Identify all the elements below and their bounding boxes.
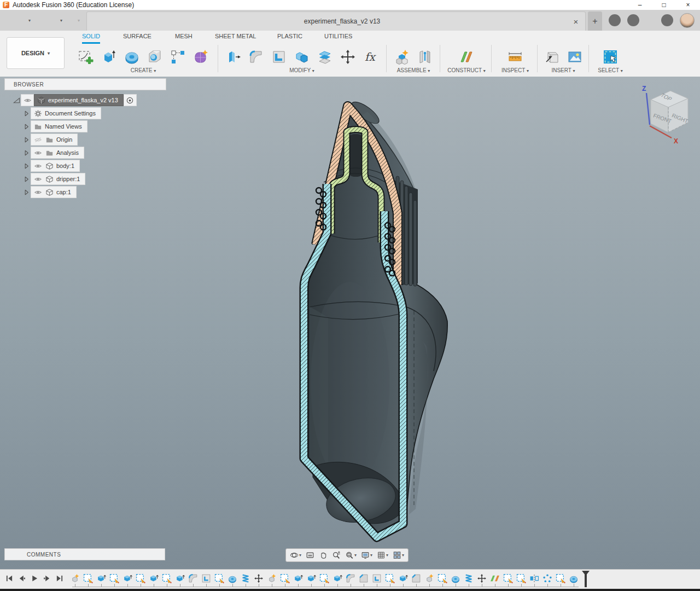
redo-button[interactable]: ▾ — [68, 16, 80, 25]
go-to-end-button[interactable] — [56, 575, 63, 584]
help-button[interactable] — [661, 14, 673, 26]
panel-grip[interactable] — [157, 80, 166, 89]
activity-button[interactable] — [627, 14, 639, 26]
timeline-feature-chamfer-23[interactable] — [359, 573, 369, 583]
tab-sheet-metal[interactable]: SHEET METAL — [215, 33, 256, 42]
timeline-feature-extrude-9[interactable] — [175, 573, 185, 583]
eye-icon[interactable] — [33, 148, 42, 157]
timeline-feature-component-28[interactable] — [424, 573, 434, 583]
tab-mesh[interactable]: MESH — [175, 33, 192, 42]
view-cube[interactable]: TOP FRONT RIGHT Z X — [628, 82, 698, 149]
root-component[interactable]: experiment_flaska_v2 v13 — [34, 94, 124, 106]
timeline-playhead[interactable] — [582, 571, 590, 587]
change-parameters-button[interactable]: fx — [362, 48, 380, 66]
collapse-panel-icon[interactable] — [5, 80, 14, 89]
construct-plane-button[interactable] — [458, 48, 475, 66]
timeline-feature-sketch-4[interactable] — [109, 573, 119, 583]
browser-header[interactable]: BROWSER — [4, 78, 166, 90]
save-button[interactable] — [36, 16, 45, 25]
visibility-toggle[interactable] — [21, 94, 34, 106]
pan-tool-button[interactable] — [318, 551, 329, 560]
browser-row-body-1[interactable]: body:1 — [4, 159, 166, 172]
chevron-down-icon[interactable]: ▾ — [354, 553, 357, 558]
eye-icon[interactable] — [33, 188, 42, 196]
expand-icon[interactable] — [22, 148, 31, 157]
expand-icon[interactable] — [22, 188, 31, 196]
timeline-feature-revolve-30[interactable] — [451, 573, 460, 583]
timeline-feature-sketch-29[interactable] — [438, 573, 447, 583]
modify-group-label[interactable]: MODIFY ▾ — [220, 67, 384, 73]
new-document-tab-button[interactable]: + — [588, 11, 602, 31]
timeline-feature-coil-14[interactable] — [241, 573, 250, 583]
pattern-button[interactable] — [169, 48, 186, 66]
display-tool-button[interactable]: ▾ — [360, 551, 374, 560]
insert-derive-button[interactable] — [543, 48, 561, 66]
chevron-down-icon[interactable]: ▾ — [402, 553, 404, 558]
expand-icon[interactable] — [22, 135, 31, 144]
expand-collapse-icon[interactable] — [12, 96, 21, 105]
timeline-feature-extrude-7[interactable] — [149, 573, 159, 583]
comments-header[interactable]: COMMENTS — [4, 548, 165, 560]
browser-row-root[interactable]: experiment_flaska_v2 v13 — [4, 94, 166, 107]
timeline-feature-extrude-21[interactable] — [332, 573, 342, 583]
file-menu-button[interactable]: ▾ — [19, 16, 31, 25]
timeline-feature-mirror-36[interactable] — [529, 573, 539, 583]
timeline-feature-sketch-6[interactable] — [136, 573, 145, 583]
expand-icon[interactable] — [22, 109, 31, 118]
app-grid-button[interactable] — [4, 16, 13, 25]
timeline-feature-sketch-12[interactable] — [214, 573, 224, 583]
expand-icon[interactable] — [22, 122, 31, 131]
browser-row-cap-1[interactable]: cap:1 — [4, 186, 166, 199]
browser-row-dripper-1[interactable]: dripper:1 — [4, 172, 166, 186]
orbit-tool-button[interactable]: ▾ — [289, 551, 302, 560]
timeline-feature-fillet-22[interactable] — [346, 573, 355, 583]
browser-row-named-views[interactable]: Named Views — [4, 120, 166, 133]
timeline-feature-move-15[interactable] — [254, 573, 264, 583]
inspect-group-label[interactable]: INSPECT ▾ — [493, 67, 537, 73]
tree-item[interactable]: Named Views — [31, 120, 88, 132]
play-button[interactable] — [31, 575, 38, 584]
hole-button[interactable] — [146, 48, 164, 66]
timeline-feature-move-32[interactable] — [477, 573, 487, 583]
create-form-button[interactable] — [192, 48, 209, 66]
timeline-feature-circular-37[interactable] — [542, 573, 552, 583]
timeline-feature-coil-31[interactable] — [464, 573, 474, 583]
new-component-button[interactable] — [393, 48, 411, 66]
timeline-feature-shell-24[interactable] — [372, 573, 382, 583]
extrude-button[interactable] — [100, 48, 118, 66]
minimize-panel-icon[interactable] — [148, 80, 157, 89]
timeline-feature-revolve-39[interactable] — [569, 573, 579, 583]
tab-utilities[interactable]: UTILITIES — [324, 33, 352, 42]
move-copy-button[interactable] — [339, 48, 357, 66]
minimize-button[interactable]: – — [628, 0, 652, 10]
step-forward-button[interactable] — [43, 575, 51, 584]
undo-button[interactable]: ▾ — [50, 16, 62, 25]
measure-button[interactable] — [506, 48, 524, 66]
create-group-label[interactable]: CREATE ▾ — [74, 67, 212, 73]
timeline-feature-sketch-25[interactable] — [385, 573, 395, 583]
timeline-feature-extrude-5[interactable] — [122, 573, 132, 583]
timeline-feature-sketch-35[interactable] — [516, 573, 526, 583]
select-group-label[interactable]: SELECT ▾ — [591, 67, 630, 73]
tab-solid[interactable]: SOLID — [82, 33, 100, 44]
combine-button[interactable] — [293, 48, 311, 66]
timeline-feature-shell-11[interactable] — [201, 573, 211, 583]
revolve-button[interactable] — [123, 48, 141, 66]
document-tab-close-button[interactable]: × — [571, 17, 581, 26]
tree-item[interactable]: body:1 — [31, 160, 80, 172]
look-at-tool-button[interactable] — [305, 551, 316, 560]
eye-icon[interactable] — [33, 175, 42, 183]
timeline-feature-sketch-8[interactable] — [162, 573, 172, 583]
timeline-feature-revolve-13[interactable] — [228, 573, 237, 583]
tree-item[interactable]: Document Settings — [31, 107, 101, 119]
press-pull-button[interactable] — [224, 48, 242, 66]
timeline-feature-extrude-3[interactable] — [96, 573, 106, 583]
expand-icon[interactable] — [22, 161, 31, 170]
joint-button[interactable] — [416, 48, 434, 66]
tab-surface[interactable]: SURFACE — [123, 33, 151, 42]
eye-off-icon[interactable] — [33, 135, 42, 144]
timeline-feature-component-16[interactable] — [267, 573, 277, 583]
browser-row-analysis[interactable]: Analysis — [4, 146, 166, 159]
expand-icon[interactable] — [22, 175, 31, 183]
assemble-group-label[interactable]: ASSEMBLE ▾ — [388, 67, 439, 73]
